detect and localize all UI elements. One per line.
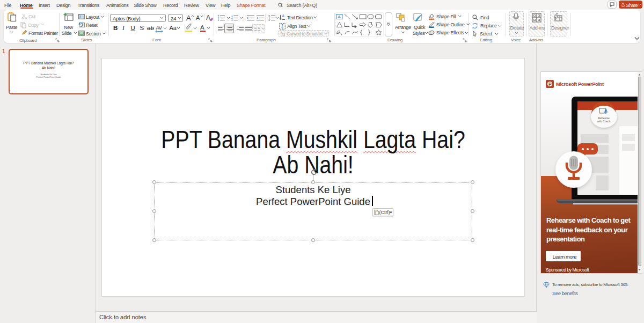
svg-text:b: b [476,23,478,26]
svg-text:P: P [548,82,552,87]
svg-text:3: 3 [231,19,233,21]
svg-text:c: c [472,26,474,29]
svg-text:A: A [282,14,285,18]
